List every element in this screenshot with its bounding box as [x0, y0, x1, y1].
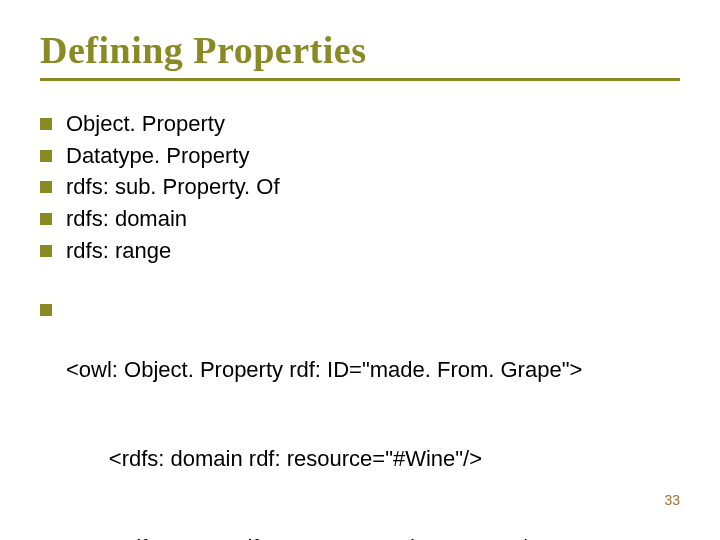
- slide-content: Object. Property Datatype. Property rdfs…: [40, 109, 680, 540]
- code-line: <rdfs: domain rdf: resource="#Wine"/>: [66, 444, 680, 474]
- list-item: rdfs: sub. Property. Of: [40, 172, 680, 202]
- bullet-icon: [40, 245, 52, 257]
- code-lines: <owl: Object. Property rdf: ID="made. Fr…: [66, 295, 680, 540]
- bullet-list: Object. Property Datatype. Property rdfs…: [40, 109, 680, 265]
- bullet-icon: [40, 150, 52, 162]
- list-item: rdfs: range: [40, 236, 680, 266]
- slide: Defining Properties Object. Property Dat…: [0, 0, 720, 540]
- bullet-icon: [40, 118, 52, 130]
- bullet-icon: [40, 304, 52, 316]
- code-line: <rdfs: range rdf: resource="#Wine. Grape…: [66, 533, 680, 540]
- list-item: Datatype. Property: [40, 141, 680, 171]
- page-number: 33: [664, 492, 680, 508]
- list-item: rdfs: domain: [40, 204, 680, 234]
- title-underline: [40, 78, 680, 81]
- code-line: <owl: Object. Property rdf: ID="made. Fr…: [66, 355, 680, 385]
- list-item-text: rdfs: sub. Property. Of: [66, 172, 680, 202]
- list-item-text: rdfs: domain: [66, 204, 680, 234]
- list-item-text: rdfs: range: [66, 236, 680, 266]
- slide-title: Defining Properties: [40, 28, 680, 72]
- code-block: <owl: Object. Property rdf: ID="made. Fr…: [40, 295, 680, 540]
- list-item: Object. Property: [40, 109, 680, 139]
- bullet-icon: [40, 181, 52, 193]
- list-item-text: Datatype. Property: [66, 141, 680, 171]
- list-item-text: Object. Property: [66, 109, 680, 139]
- bullet-icon: [40, 213, 52, 225]
